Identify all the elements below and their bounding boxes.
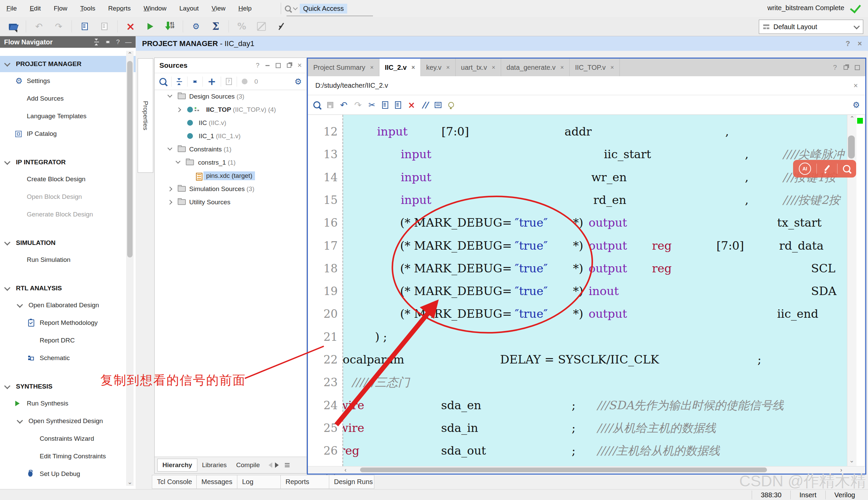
menu-flow[interactable]: Flow: [47, 5, 74, 12]
lightbulb-icon[interactable]: [448, 102, 454, 108]
sidebar-item-constraints-wizard[interactable]: Constraints Wizard: [0, 430, 136, 447]
tree-row-constrs-1[interactable]: constrs_1 (1): [155, 156, 306, 169]
gear-icon[interactable]: ⚙: [294, 78, 302, 86]
sidebar-item-open-block-design[interactable]: Open Block Design: [0, 188, 136, 206]
help-icon[interactable]: ?: [116, 38, 120, 46]
tab-data-generate-v[interactable]: data_generate.v×: [501, 59, 570, 76]
collapse-all-icon[interactable]: [176, 79, 182, 85]
tree-row-pins-xdc-target[interactable]: pins.xdc (target): [155, 169, 306, 183]
tab-design-runs[interactable]: Design Runs: [329, 475, 374, 489]
tab-log[interactable]: Log: [237, 475, 281, 489]
comment-icon[interactable]: //: [422, 101, 428, 109]
close-icon[interactable]: ×: [297, 61, 302, 70]
editor-scroll-down-icon[interactable]: ⌄: [847, 457, 856, 464]
indent-icon[interactable]: [435, 102, 442, 108]
layout-selector[interactable]: Default Layout: [759, 20, 863, 34]
close-icon[interactable]: ×: [857, 39, 862, 48]
tab-key-v[interactable]: key.v×: [421, 59, 456, 76]
menu-file[interactable]: File: [0, 5, 23, 12]
close-icon[interactable]: ×: [370, 64, 374, 71]
sidebar-item-ip-catalog[interactable]: IP Catalog: [0, 125, 136, 143]
tree-row-iic-top[interactable]: IIC_TOP (IIC_TOP.v) (4): [155, 103, 306, 116]
copy-button[interactable]: [78, 20, 91, 33]
stamp-button[interactable]: [255, 20, 268, 33]
code-editor[interactable]: input[7:0]addr,inputiic_start,////尖峰脉冲in…: [343, 115, 847, 466]
tab-iic-2-v[interactable]: IIC_2.v×: [379, 59, 421, 76]
sidebar-item-run-simulation[interactable]: Run Simulation: [0, 251, 136, 269]
float-icon[interactable]: [287, 63, 291, 68]
cut-icon[interactable]: ✂: [369, 101, 375, 109]
save-icon[interactable]: [327, 102, 333, 108]
tab-list-icon[interactable]: [285, 463, 290, 467]
ai-assistant-toolbar[interactable]: AI: [793, 160, 856, 178]
copy-icon[interactable]: [382, 101, 388, 109]
run-button[interactable]: [143, 20, 157, 33]
close-icon[interactable]: ×: [411, 64, 415, 71]
redo-icon[interactable]: ↷: [354, 101, 362, 110]
delete-button[interactable]: ×: [124, 20, 137, 33]
sidebar-section-project-manager[interactable]: PROJECT MANAGER: [0, 56, 136, 72]
help-doc-icon[interactable]: [226, 78, 232, 85]
sidebar-item-report-drc[interactable]: Report DRC: [0, 332, 136, 349]
close-icon[interactable]: ×: [446, 64, 450, 71]
open-project-button[interactable]: [6, 20, 20, 33]
expand-all-icon[interactable]: [105, 38, 111, 45]
tab-tcl-console[interactable]: Tcl Console: [152, 475, 197, 489]
tab-properties[interactable]: Properties: [138, 58, 153, 173]
sidebar-item-edit-timing-constraints[interactable]: Edit Timing Constraints: [0, 447, 136, 465]
report-timing-button[interactable]: %: [235, 20, 248, 33]
sidebar-section-simulation[interactable]: SIMULATION: [0, 235, 136, 251]
sidebar-item-report-methodology[interactable]: Report Methodology: [0, 314, 136, 332]
search-icon[interactable]: [159, 78, 166, 85]
scroll-left-icon[interactable]: ‹: [345, 466, 346, 474]
ai-rewrite-icon[interactable]: [823, 164, 831, 173]
sidebar-item-add-sources[interactable]: Add Sources: [0, 90, 136, 107]
editor-vscrollbar-thumb[interactable]: [848, 136, 855, 159]
paste-icon[interactable]: [395, 101, 401, 109]
sidebar-item-run-synthesis[interactable]: Run Synthesis: [0, 395, 136, 412]
sidebar-item-set-up-debug[interactable]: Set Up Debug: [0, 465, 136, 483]
sidebar-section-ip-integrator[interactable]: IP INTEGRATOR: [0, 154, 136, 170]
sidebar-item-schematic[interactable]: Schematic: [0, 349, 136, 367]
redo-button[interactable]: ↷: [52, 20, 65, 33]
program-device-button[interactable]: 01 10: [163, 20, 177, 33]
maximize-icon[interactable]: [276, 63, 281, 68]
float-icon[interactable]: [844, 65, 848, 70]
sidebar-item-create-block-design[interactable]: Create Block Design: [0, 170, 136, 188]
delete-x-icon[interactable]: ×: [408, 101, 415, 110]
tab-project-summary[interactable]: Project Summary×: [308, 59, 379, 76]
close-icon[interactable]: ×: [854, 81, 858, 90]
menu-view[interactable]: View: [205, 5, 232, 12]
tab-iic-top-v[interactable]: IIC_TOP.v×: [570, 59, 620, 76]
tab-messages[interactable]: Messages: [197, 475, 237, 489]
menu-tools[interactable]: Tools: [74, 5, 102, 12]
external-icon[interactable]: [855, 65, 860, 70]
minimize-icon[interactable]: [266, 65, 269, 66]
sidebar-item-open-elaborated-design[interactable]: Open Elaborated Design: [0, 296, 136, 314]
report-utilization-button[interactable]: Σ: [209, 20, 222, 33]
scroll-tabs-right-icon[interactable]: [275, 463, 281, 468]
close-icon[interactable]: ×: [560, 64, 564, 71]
collapse-all-icon[interactable]: [93, 39, 100, 45]
help-icon[interactable]: ?: [833, 64, 837, 71]
menu-layout[interactable]: Layout: [173, 5, 205, 12]
quick-access[interactable]: Quick Access: [285, 2, 347, 15]
close-icon[interactable]: ×: [610, 64, 614, 71]
tab-libraries[interactable]: Libraries: [197, 459, 232, 471]
quick-access-input[interactable]: Quick Access: [300, 4, 347, 13]
sidebar-item-settings[interactable]: ⚙Settings: [0, 72, 136, 90]
tree-row-iic-1[interactable]: IIC_1 (IIC_1.v): [155, 130, 306, 143]
menu-window[interactable]: Window: [137, 5, 173, 12]
settings-button[interactable]: ⚙: [189, 20, 203, 33]
sidebar-section-rtl-analysis[interactable]: RTL ANALYSIS: [0, 280, 136, 296]
ai-search-icon[interactable]: [843, 165, 850, 172]
paste-button[interactable]: [98, 20, 111, 33]
probe-button[interactable]: [274, 20, 288, 33]
help-icon[interactable]: ?: [846, 39, 850, 48]
ai-chat-icon[interactable]: AI: [799, 162, 811, 175]
menu-edit[interactable]: Edit: [23, 5, 47, 12]
tree-row-design-sources[interactable]: Design Sources (3): [155, 90, 306, 103]
close-icon[interactable]: ×: [492, 64, 496, 71]
expand-all-icon[interactable]: [192, 78, 198, 85]
editor-hscrollbar-thumb[interactable]: [360, 467, 767, 472]
